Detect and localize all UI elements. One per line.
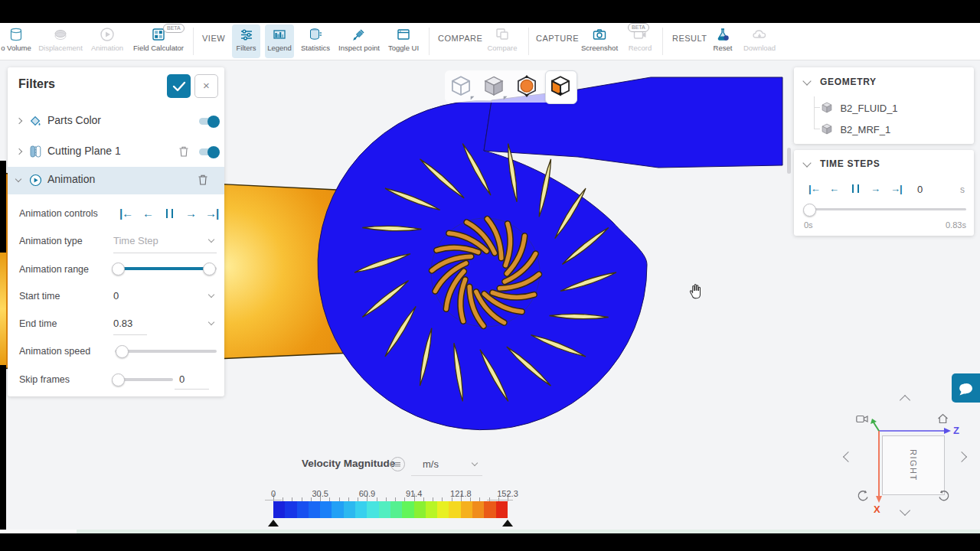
animation-controls-label: Animation controls [19, 208, 98, 219]
rotate-cw-icon[interactable] [938, 490, 951, 502]
cutting-plane-icon [29, 145, 42, 158]
timestep-skip-to-end-button[interactable]: →| [890, 183, 902, 194]
download-cloud-icon [751, 26, 768, 43]
legend-unit-select[interactable]: m/s [423, 458, 439, 470]
skip-frames-handle[interactable] [112, 373, 125, 386]
chevron-right-icon[interactable] [16, 148, 22, 155]
timestep-skip-to-start-button[interactable]: |← [808, 183, 820, 194]
toolbar-legend-label: Legend [265, 44, 294, 52]
toolbar-toggle-ui-button[interactable]: Toggle UI [385, 24, 422, 58]
render-mode-solid-button[interactable] [479, 72, 508, 101]
cube-icon [822, 102, 832, 113]
pause-button[interactable] [166, 209, 173, 218]
toolbar-reset-button[interactable]: Reset [708, 24, 737, 58]
animation-speed-handle[interactable] [116, 345, 129, 358]
rotate-ccw-icon[interactable] [856, 490, 869, 502]
legend-menu-icon[interactable] [390, 457, 405, 471]
toolbar-animation-label: Animation [86, 44, 129, 52]
toolbar-animation-button[interactable]: Animation [86, 24, 129, 58]
render-mode-wireframe-button[interactable] [446, 72, 475, 101]
toolbar-download-button[interactable]: Download [740, 24, 779, 58]
toolbar-iso-volume-label: o Volume [0, 44, 38, 52]
toolbar-displacement-label: Displacement [37, 44, 84, 52]
geometry-item-fluid[interactable]: B2_FLUID_1 [822, 101, 898, 113]
timestep-slider-track[interactable] [804, 208, 966, 210]
toolbar-view-section-label: VIEW [202, 34, 225, 43]
start-time-select[interactable]: 0 [113, 290, 119, 302]
timestep-step-back-button[interactable]: ← [829, 183, 838, 194]
animation-speed-label: Animation speed [19, 346, 90, 357]
gizmo-right-face[interactable]: RIGHT [882, 435, 945, 495]
timestep-step-forward-button[interactable]: → [871, 183, 880, 194]
solid-cube-icon [479, 72, 508, 101]
legend-min-marker[interactable] [268, 520, 279, 527]
cutting-plane-toggle[interactable] [199, 148, 217, 155]
toolbar-filters-button[interactable]: Filters [232, 24, 260, 58]
toolbar-capture-section-label: CAPTURE [536, 34, 579, 43]
render-mode-parts-button[interactable] [545, 70, 577, 104]
geometry-item-label: B2_MRF_1 [840, 124, 890, 135]
skip-to-start-button[interactable]: |← [119, 207, 132, 220]
toolbar-inspect-point-label: Inspect point [337, 44, 381, 52]
parts-color-toggle[interactable] [199, 118, 217, 125]
close-filters-button[interactable]: × [194, 74, 218, 98]
gizmo-x-label[interactable]: X [874, 504, 880, 515]
toolbar-toggle-ui-label: Toggle UI [385, 44, 422, 52]
timestep-range-start: 0s [804, 220, 813, 230]
gizmo-z-label[interactable]: Z [953, 425, 959, 436]
delete-animation-icon[interactable] [198, 174, 208, 186]
field-calculator-beta-badge: BETA [163, 24, 185, 33]
chevron-right-icon[interactable] [16, 118, 22, 124]
timestep-range-end: 0.83s [946, 220, 966, 230]
toolbar-divider [193, 28, 194, 55]
toolbar-legend-button[interactable]: Legend [265, 24, 294, 58]
legend-max-marker[interactable] [502, 520, 513, 527]
toolbar-divider [662, 28, 663, 55]
application-window: o Volume Displacement Animation Field Ca… [0, 0, 980, 551]
toolbar-download-label: Download [740, 44, 779, 52]
step-forward-button[interactable]: → [185, 207, 196, 220]
toolbar-displacement-button[interactable]: Displacement [37, 24, 84, 58]
chevron-down-icon[interactable] [802, 77, 811, 85]
eyedropper-icon [351, 26, 368, 43]
chevron-down-icon[interactable] [15, 176, 21, 182]
chat-button[interactable] [952, 373, 980, 403]
render-mode-surfaces-button[interactable] [512, 72, 541, 101]
toolbar-iso-volume-button[interactable]: o Volume [0, 24, 38, 58]
chevron-down-icon[interactable] [208, 236, 214, 243]
home-view-icon[interactable] [937, 413, 949, 424]
time-steps-panel-title: TIME STEPS [820, 158, 880, 169]
viewport-scrollbar-thumb[interactable] [787, 148, 791, 174]
toolbar-statistics-button[interactable]: Statistics [298, 24, 333, 58]
toolbar-inspect-point-button[interactable]: Inspect point [337, 24, 381, 58]
camera-view-icon[interactable] [856, 414, 868, 424]
animation-type-select[interactable]: Time Step [113, 235, 158, 246]
chevron-down-icon[interactable] [208, 292, 214, 298]
delete-cutting-plane-icon[interactable] [178, 145, 189, 158]
apply-filters-button[interactable] [167, 74, 191, 98]
skip-frames-value[interactable]: 0 [179, 373, 185, 385]
chevron-down-icon[interactable] [802, 158, 811, 167]
filters-panel: Filters × Parts Color Cutting Plane 1 An… [8, 67, 224, 396]
end-time-select[interactable]: 0.83 [113, 318, 132, 329]
timestep-slider-handle[interactable] [803, 204, 816, 217]
timestep-current-value[interactable]: 0 [917, 184, 923, 195]
toolbar-screenshot-label: Screenshot [580, 44, 619, 52]
toolbar-screenshot-button[interactable]: Screenshot [580, 24, 619, 58]
toolbar-compare-button[interactable]: Compare [485, 24, 520, 58]
step-back-button[interactable]: ← [142, 207, 153, 220]
filter-row-parts-color[interactable]: Parts Color [8, 107, 224, 136]
tree-connector [814, 96, 815, 129]
animation-range-start-handle[interactable] [112, 262, 125, 276]
filter-row-animation[interactable]: Animation [8, 167, 224, 194]
skip-to-end-button[interactable]: →| [205, 207, 218, 220]
gizmo-face-label: RIGHT [909, 449, 918, 481]
legend-icon [271, 26, 288, 43]
filter-row-cutting-plane[interactable]: Cutting Plane 1 [8, 138, 224, 167]
left-edge-pipe-glimpse [0, 253, 6, 365]
geometry-item-mrf[interactable]: B2_MRF_1 [822, 122, 890, 135]
animation-speed-track[interactable] [115, 350, 217, 353]
chevron-down-icon[interactable] [208, 319, 214, 325]
timestep-pause-button[interactable] [852, 184, 859, 193]
animation-range-end-handle[interactable] [203, 262, 216, 276]
